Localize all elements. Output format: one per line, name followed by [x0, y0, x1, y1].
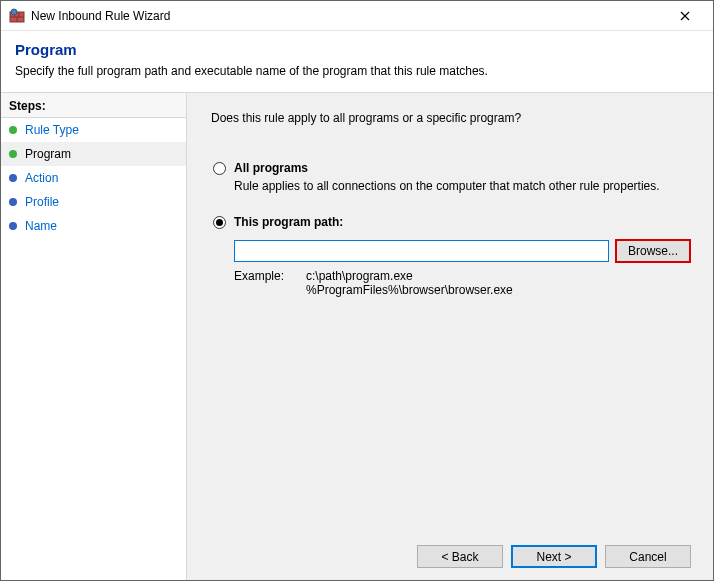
step-action[interactable]: Action — [1, 166, 186, 190]
svg-point-5 — [11, 9, 17, 15]
radio-all-programs[interactable] — [213, 162, 226, 175]
step-rule-type[interactable]: Rule Type — [1, 118, 186, 142]
step-profile[interactable]: Profile — [1, 190, 186, 214]
steps-heading: Steps: — [1, 93, 186, 118]
step-label: Name — [25, 219, 57, 233]
page-title: Program — [15, 41, 699, 58]
example-text: c:\path\program.exe %ProgramFiles%\brows… — [306, 269, 513, 297]
step-bullet-icon — [9, 198, 17, 206]
step-bullet-icon — [9, 126, 17, 134]
close-button[interactable] — [665, 2, 705, 30]
question-text: Does this rule apply to all programs or … — [211, 111, 691, 125]
titlebar: New Inbound Rule Wizard — [1, 1, 713, 31]
header: Program Specify the full program path an… — [1, 31, 713, 93]
step-label: Program — [25, 147, 71, 161]
cancel-button[interactable]: Cancel — [605, 545, 691, 568]
example-label: Example: — [234, 269, 306, 297]
button-bar: < Back Next > Cancel — [209, 533, 691, 568]
radio-this-program-path[interactable] — [213, 216, 226, 229]
content-panel: Does this rule apply to all programs or … — [187, 93, 713, 580]
step-bullet-icon — [9, 222, 17, 230]
browse-button[interactable]: Browse... — [615, 239, 691, 263]
step-label: Rule Type — [25, 123, 79, 137]
option-this-program-path[interactable]: This program path: — [213, 215, 691, 229]
program-path-row: Browse... — [234, 239, 691, 263]
step-bullet-icon — [9, 174, 17, 182]
window-title: New Inbound Rule Wizard — [31, 9, 665, 23]
back-button[interactable]: < Back — [417, 545, 503, 568]
option-all-desc: Rule applies to all connections on the c… — [234, 179, 691, 193]
body: Steps: Rule Type Program Action Profile … — [1, 93, 713, 580]
option-all-programs[interactable]: All programs — [213, 161, 691, 175]
page-subtitle: Specify the full program path and execut… — [15, 64, 699, 78]
option-path-title: This program path: — [234, 215, 343, 229]
firewall-icon — [9, 8, 25, 24]
step-name[interactable]: Name — [1, 214, 186, 238]
example-row: Example: c:\path\program.exe %ProgramFil… — [234, 269, 691, 297]
program-path-input[interactable] — [234, 240, 609, 262]
wizard-window: New Inbound Rule Wizard Program Specify … — [0, 0, 714, 581]
option-all-title: All programs — [234, 161, 308, 175]
step-label: Profile — [25, 195, 59, 209]
step-label: Action — [25, 171, 58, 185]
step-bullet-icon — [9, 150, 17, 158]
sidebar: Steps: Rule Type Program Action Profile … — [1, 93, 187, 580]
next-button[interactable]: Next > — [511, 545, 597, 568]
step-program[interactable]: Program — [1, 142, 186, 166]
